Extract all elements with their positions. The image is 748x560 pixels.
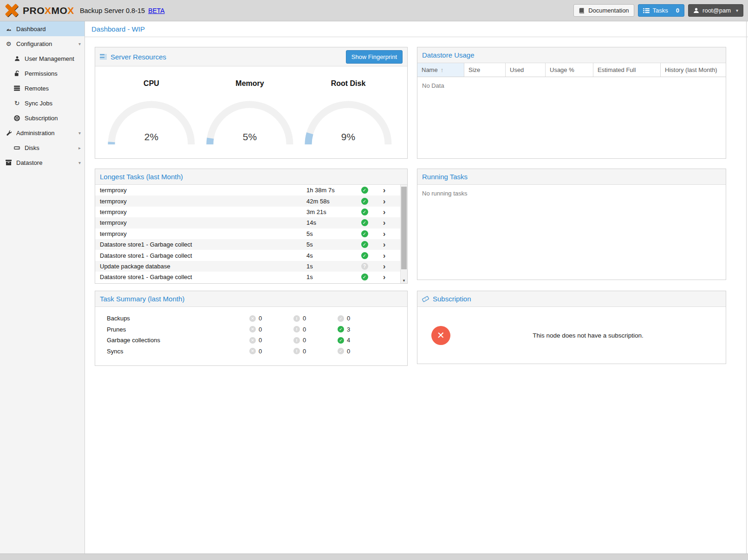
user-menu-button[interactable]: root@pam ▾ [688, 4, 743, 17]
sidebar-item-permissions[interactable]: Permissions [0, 66, 85, 81]
sidebar-item-dashboard[interactable]: Dashboard [0, 21, 85, 36]
column-header-usage-[interactable]: Usage % [546, 63, 593, 77]
summary-row-backups: Backups✕0!0✓0 [95, 313, 407, 324]
sidebar-item-sync-jobs[interactable]: ↻Sync Jobs [0, 96, 85, 111]
task-row[interactable]: termproxy1h 38m 7s✓› [95, 185, 400, 195]
sidebar-item-administration[interactable]: Administration▾ [0, 125, 85, 140]
error-status-icon: ✕ [249, 315, 256, 322]
summary-warning-cell: !0 [293, 337, 338, 344]
summary-label: Prunes [95, 326, 249, 333]
sync-icon: ↻ [13, 99, 21, 107]
warning-status-icon: ! [293, 315, 300, 322]
task-name: termproxy [95, 219, 306, 226]
column-header-size[interactable]: Size [464, 63, 506, 77]
sidebar-item-configuration[interactable]: ⚙Configuration▾ [0, 36, 85, 51]
column-header-name[interactable]: Name↑ [417, 63, 464, 77]
open-task-chevron-icon[interactable]: › [374, 262, 395, 270]
summary-ok-cell: ✓4 [338, 337, 382, 344]
scrollbar-thumb[interactable] [401, 187, 407, 269]
tasks-button-label: Tasks [653, 7, 668, 14]
open-task-chevron-icon[interactable]: › [374, 219, 395, 227]
lifering-icon [13, 115, 21, 121]
ok-status-icon: ✓ [338, 315, 344, 322]
gauge-value: 2% [102, 131, 201, 143]
summary-ok-count: 3 [347, 326, 350, 333]
wordmark-segment: PRO [23, 5, 45, 16]
longest-tasks-title: Longest Tasks (last Month) [100, 173, 183, 181]
show-fingerprint-button[interactable]: Show Fingerprint [346, 50, 403, 64]
sidebar-item-label: Disks [25, 144, 39, 151]
open-task-chevron-icon[interactable]: › [374, 197, 395, 205]
open-task-chevron-icon[interactable]: › [374, 186, 395, 194]
summary-error-count: 0 [259, 315, 262, 322]
task-row[interactable]: termproxy3m 21s✓› [95, 207, 400, 217]
task-row[interactable]: Datastore store1 - Garbage collect5s✓› [95, 239, 400, 250]
sidebar-item-subscription[interactable]: Subscription [0, 111, 85, 125]
chevron-down-icon[interactable]: ▾ [78, 130, 81, 136]
task-name: Datastore store1 - Garbage collect [95, 273, 306, 280]
task-row[interactable]: termproxy5s✓› [95, 228, 400, 239]
task-name: Datastore store1 - Garbage collect [95, 241, 306, 248]
proxmox-wordmark: PROXMOX [23, 5, 74, 16]
column-header-history-last-month-[interactable]: History (last Month) [661, 63, 726, 77]
horizontal-scrollbar[interactable] [0, 553, 748, 560]
summary-warning-count: 0 [303, 326, 306, 333]
task-row[interactable]: Datastore store1 - Garbage collect4s✓› [95, 250, 400, 260]
column-header-estimated-full[interactable]: Estimated Full [593, 63, 661, 77]
ok-status-icon: ✓ [361, 252, 368, 259]
open-task-chevron-icon[interactable]: › [374, 273, 395, 281]
beta-link[interactable]: BETA [148, 7, 165, 14]
server-resources-header: Server Resources Show Fingerprint [95, 47, 407, 66]
task-row[interactable]: termproxy14s✓› [95, 217, 400, 228]
summary-warning-cell: !0 [293, 315, 338, 322]
scrollbar-down-arrow-icon[interactable]: ▾ [401, 278, 407, 283]
ok-status-icon: ✓ [361, 230, 368, 237]
open-task-chevron-icon[interactable]: › [374, 252, 395, 260]
summary-label: Syncs [95, 348, 249, 355]
longest-tasks-scrollbar[interactable]: ▾ [400, 185, 407, 283]
tasks-button[interactable]: Tasks 0 [638, 4, 684, 17]
datastore-usage-header: Datastore Usage [417, 47, 726, 63]
error-status-icon: ✕ [249, 337, 256, 344]
remotes-icon [13, 85, 21, 91]
gauge-icon [5, 26, 13, 32]
task-summary-header: Task Summary (last Month) [95, 291, 407, 307]
task-row[interactable]: Datastore store1 - Garbage collect1s✓› [95, 272, 400, 282]
sidebar-item-label: Subscription [25, 115, 58, 122]
chevron-down-icon[interactable]: ▾ [78, 160, 81, 165]
longest-tasks-header: Longest Tasks (last Month) [95, 169, 407, 185]
task-row[interactable]: Update package database1s?› [95, 261, 400, 272]
chevron-right-icon[interactable]: ▸ [78, 145, 81, 150]
subscription-body: ✕ This node does not have a subscription… [417, 307, 726, 364]
warning-status-icon: ! [293, 348, 300, 354]
user-menu-label: root@pam [702, 7, 731, 14]
book-icon [579, 7, 585, 14]
sidebar-item-user-management[interactable]: User Management [0, 51, 85, 66]
summary-warning-cell: !0 [293, 326, 338, 333]
sidebar: Dashboard⚙Configuration▾User ManagementP… [0, 21, 85, 553]
subscription-title: Subscription [433, 295, 471, 303]
open-task-chevron-icon[interactable]: › [374, 208, 395, 216]
documentation-button[interactable]: Documentation [573, 4, 634, 17]
sidebar-item-remotes[interactable]: Remotes [0, 81, 85, 96]
column-header-used[interactable]: Used [506, 63, 546, 77]
no-subscription-error-icon: ✕ [431, 326, 450, 345]
task-duration: 4s [306, 252, 355, 259]
ticket-icon [422, 296, 429, 302]
task-row[interactable]: termproxy42m 58s✓› [95, 195, 400, 206]
sidebar-item-datastore[interactable]: Datastore▾ [0, 155, 85, 170]
summary-error-cell: ✕0 [249, 348, 293, 355]
task-name: termproxy [95, 187, 306, 194]
task-name: termproxy [95, 230, 306, 237]
sidebar-item-disks[interactable]: Disks▸ [0, 140, 85, 155]
ok-status-icon: ✓ [361, 273, 368, 280]
running-tasks-panel: Running Tasks No running tasks [417, 169, 726, 280]
summary-row-garbage-collections: Garbage collections✕0!0✓4 [95, 335, 407, 346]
open-task-chevron-icon[interactable]: › [374, 241, 395, 248]
open-task-chevron-icon[interactable]: › [374, 230, 395, 238]
subscription-message: This node does not have a subscription. [450, 332, 726, 339]
summary-ok-count: 0 [347, 315, 350, 322]
proxmox-logo-icon [4, 3, 20, 19]
chevron-down-icon[interactable]: ▾ [78, 41, 81, 46]
task-duration: 1s [306, 273, 355, 280]
